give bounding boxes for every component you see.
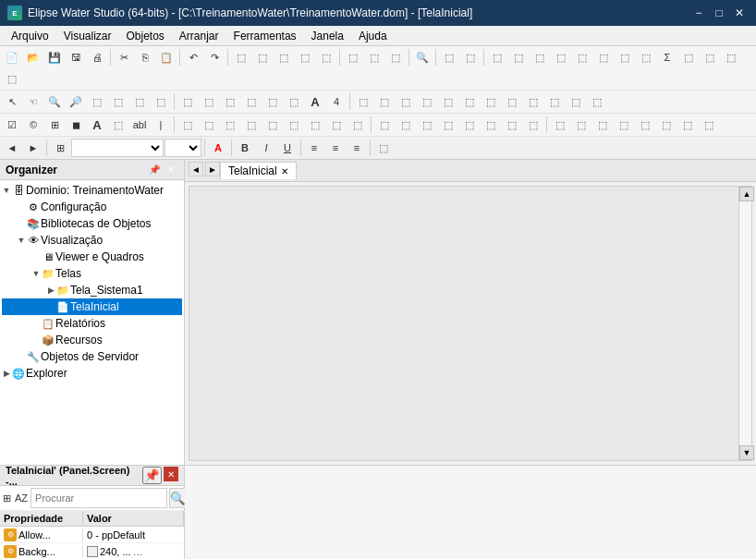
tb-f8[interactable]: ⬚ (502, 91, 522, 112)
tb-e1[interactable]: ⬚ (177, 91, 198, 112)
tb-save2[interactable]: 🖫 (66, 47, 86, 67)
tb-h10[interactable]: ⬚ (438, 115, 458, 135)
tb-h8[interactable]: ⬚ (396, 115, 416, 135)
tb-align-left[interactable]: ≡ (304, 138, 324, 158)
tb-h13[interactable]: ⬚ (502, 115, 522, 135)
tree-item-visualizacao[interactable]: ▼ 👁 Visualização (2, 232, 182, 249)
menu-arranjar[interactable]: Arranjar (172, 28, 226, 44)
tb-h11[interactable]: ⬚ (459, 115, 480, 135)
tb-e4[interactable]: ⬚ (241, 91, 262, 112)
tb-frame[interactable]: ⬚ (373, 138, 394, 158)
menu-janela[interactable]: Janela (304, 28, 351, 44)
props-az-btn[interactable]: AZ (14, 489, 29, 507)
tb-italic[interactable]: I (256, 138, 276, 158)
tb-b7[interactable]: ⬚ (364, 47, 384, 67)
organizer-close[interactable]: ✕ (164, 163, 178, 177)
tb-d5[interactable]: ⬚ (572, 47, 592, 67)
tb-g7[interactable]: abl (129, 115, 150, 135)
menu-objetos[interactable]: Objetos (119, 28, 172, 44)
tb-e2[interactable]: ⬚ (199, 91, 219, 112)
close-button[interactable]: ✕ (730, 4, 749, 22)
tb-h3[interactable]: ⬚ (284, 115, 304, 135)
tb-f6[interactable]: ⬚ (459, 91, 480, 112)
tb-f12[interactable]: ⬚ (587, 91, 607, 112)
tree-item-telainicial[interactable]: 📄 TelaInicial (2, 298, 182, 315)
tb-cut[interactable]: ✂ (114, 47, 134, 67)
tb-hand[interactable]: ☜ (23, 91, 43, 112)
tb-open[interactable]: 📂 (23, 47, 43, 67)
tb-align-r[interactable]: ⬚ (220, 115, 240, 135)
tb-g4[interactable]: ◼ (66, 115, 86, 135)
font-size-combo[interactable] (165, 139, 201, 157)
doc-canvas[interactable]: ▲ ▼ (189, 186, 752, 461)
tb-d6[interactable]: ⬚ (593, 47, 614, 67)
tb-f5[interactable]: ⬚ (438, 91, 458, 112)
prop-row-allow[interactable]: ⚙ Allow... 0 - ppDefault (0, 527, 184, 543)
tb-i8[interactable]: ⬚ (699, 115, 719, 135)
tb-c2[interactable]: ⬚ (460, 47, 481, 67)
menu-visualizar[interactable]: Visualizar (56, 28, 119, 44)
tb-e3[interactable]: ⬚ (220, 91, 240, 112)
tb-h6[interactable]: ⬚ (348, 115, 368, 135)
tb-redo[interactable]: ↷ (204, 47, 225, 67)
tree-item-tela-sistema[interactable]: ▶ 📁 Tela_Sistema1 (2, 282, 182, 298)
scroll-up-btn[interactable]: ▲ (739, 187, 754, 201)
props-sort-btn[interactable]: ⊞ (2, 489, 12, 507)
tb-f4[interactable]: ⬚ (417, 91, 437, 112)
tb-paste[interactable]: 📋 (156, 47, 177, 67)
tb-undo[interactable]: ↶ (183, 47, 203, 67)
tb-g2[interactable]: © (23, 115, 43, 135)
tb-d13[interactable]: ⬚ (2, 68, 22, 89)
tb-save[interactable]: 💾 (44, 47, 65, 67)
tb-b6[interactable]: ⬚ (343, 47, 363, 67)
tb-g3[interactable]: ⊞ (44, 115, 65, 135)
tb-i7[interactable]: ⬚ (677, 115, 698, 135)
tb-font-color[interactable]: A (208, 138, 228, 158)
tb-b8[interactable]: ⬚ (385, 47, 406, 67)
tree-item-viewer[interactable]: 🖥 Viewer e Quadros (2, 249, 182, 265)
tb-h5[interactable]: ⬚ (326, 115, 347, 135)
tb-f3[interactable]: ⬚ (396, 91, 416, 112)
tb-copy[interactable]: ⎘ (135, 47, 155, 67)
tb-h7[interactable]: ⬚ (374, 115, 395, 135)
tb-h9[interactable]: ⬚ (417, 115, 437, 135)
menu-ferramentas[interactable]: Ferramentas (226, 28, 304, 44)
tb-f11[interactable]: ⬚ (566, 91, 586, 112)
tb-new[interactable]: 📄 (2, 47, 22, 67)
tb-arrow[interactable]: ↖ (2, 91, 22, 112)
tree-item-objetos-servidor[interactable]: 🔧 Objetos de Servidor (2, 348, 182, 365)
tb-nav-fwd[interactable]: ► (23, 138, 43, 158)
tb-h4[interactable]: ⬚ (305, 115, 325, 135)
tb-underline[interactable]: U (277, 138, 298, 158)
menu-ajuda[interactable]: Ajuda (351, 28, 395, 44)
tb-f2[interactable]: ⬚ (374, 91, 395, 112)
tb-b3[interactable]: ⬚ (274, 47, 294, 67)
tree-item-recursos[interactable]: 📦 Recursos (2, 332, 182, 348)
tb-b2[interactable]: ⬚ (252, 47, 273, 67)
tb-align-c[interactable]: ⬚ (199, 115, 219, 135)
tb-g5[interactable]: A (87, 115, 107, 135)
tb-nav-back[interactable]: ◄ (2, 138, 22, 158)
organizer-pin[interactable]: 📌 (147, 163, 162, 177)
tb-g1[interactable]: ☑ (2, 115, 22, 135)
tb-h1[interactable]: ⬚ (241, 115, 262, 135)
tb-align-l[interactable]: ⬚ (177, 115, 198, 135)
tb-f10[interactable]: ⬚ (544, 91, 565, 112)
menu-arquivo[interactable]: Arquivo (4, 28, 56, 44)
tb-i3[interactable]: ⬚ (592, 115, 613, 135)
tb-d7[interactable]: ⬚ (615, 47, 635, 67)
props-search-input[interactable] (30, 488, 167, 508)
tb-zoom-out[interactable]: 🔎 (66, 91, 86, 112)
tb-f9[interactable]: ⬚ (523, 91, 543, 112)
tree-item-bibliotecas[interactable]: 📚 Bibliotecas de Objetos (2, 215, 182, 232)
tb-d12[interactable]: ⬚ (721, 47, 741, 67)
tb-align-right[interactable]: ≡ (347, 138, 367, 158)
tb-grid[interactable]: ⊞ (50, 138, 70, 158)
backg-ellipsis[interactable]: … (133, 546, 143, 557)
tb-f1[interactable]: ⬚ (353, 91, 373, 112)
props-close[interactable]: ✕ (164, 467, 178, 481)
tb-h12[interactable]: ⬚ (481, 115, 501, 135)
tb-r2[interactable]: ⬚ (108, 91, 128, 112)
tb-zoom-in[interactable]: 🔍 (44, 91, 65, 112)
tab-nav-right[interactable]: ► (205, 162, 220, 176)
